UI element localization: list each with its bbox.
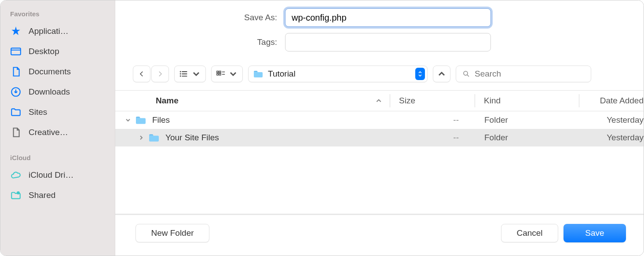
location-stepper-icon (415, 68, 425, 80)
sidebar-item-label: Documents (29, 67, 105, 77)
chevron-down-icon (191, 70, 201, 78)
search-field[interactable] (456, 66, 591, 82)
sidebar-item-documents[interactable]: Documents (6, 62, 110, 82)
folder-location-name: Tutorial (268, 69, 411, 79)
sidebar-item-label: Downloads (29, 87, 105, 97)
tags-label: Tags: (124, 37, 277, 47)
footer: New Folder Cancel Save (115, 215, 644, 256)
shared-folder-icon (10, 190, 22, 201)
view-list-button[interactable] (174, 66, 206, 82)
downloads-icon (10, 86, 22, 98)
tags-input[interactable] (285, 33, 491, 51)
file-row[interactable]: Files -- Folder Yesterday (115, 111, 644, 129)
applications-icon (10, 26, 22, 37)
sidebar-item-icloud-drive[interactable]: iCloud Dri… (6, 165, 110, 185)
column-size[interactable]: Size (390, 96, 475, 106)
cancel-button[interactable]: Cancel (501, 224, 558, 242)
nav-forward-button[interactable] (151, 66, 169, 82)
folder-icon (148, 133, 160, 143)
sidebar-item-shared[interactable]: Shared (6, 185, 110, 205)
save-as-input[interactable] (285, 8, 491, 27)
svg-point-17 (464, 71, 468, 75)
search-input[interactable] (475, 69, 585, 79)
file-kind: Folder (476, 133, 579, 143)
folder-icon (135, 115, 147, 125)
sidebar-item-label: Shared (29, 190, 105, 200)
new-folder-button[interactable]: New Folder (135, 224, 209, 242)
folder-icon (253, 69, 263, 78)
chevron-up-icon (438, 70, 446, 78)
folder-location-popup[interactable]: Tutorial (248, 66, 428, 82)
sidebar-item-creative[interactable]: Creative… (6, 122, 110, 143)
expand-button[interactable] (433, 66, 450, 82)
file-list-header: Name Size Kind Date Added (115, 90, 644, 111)
column-kind[interactable]: Kind (475, 96, 579, 106)
file-kind: Folder (476, 115, 579, 125)
sidebar-item-desktop[interactable]: Desktop (6, 41, 110, 62)
disclosure-triangle-icon[interactable] (124, 117, 132, 123)
file-name: Files (152, 115, 170, 125)
column-name[interactable]: Name (115, 96, 368, 106)
svg-point-6 (180, 73, 181, 74)
svg-rect-14 (219, 73, 221, 75)
save-button[interactable]: Save (564, 224, 626, 242)
form-area: Save As: Tags: (115, 0, 644, 62)
view-group-button[interactable] (211, 66, 243, 82)
search-icon (462, 69, 470, 78)
chevron-down-icon (228, 70, 238, 78)
file-size: -- (369, 115, 476, 125)
sidebar-section-favorites: Favorites (6, 7, 110, 21)
desktop-icon (10, 46, 22, 57)
svg-line-18 (467, 75, 469, 77)
sidebar-item-label: iCloud Dri… (29, 170, 105, 180)
sidebar: Favorites Applicati… Desktop Documents D… (0, 0, 115, 256)
sidebar-item-label: Sites (29, 107, 105, 117)
documents-icon (10, 66, 22, 77)
toolbar: Tutorial (115, 62, 644, 90)
sidebar-item-label: Creative… (29, 128, 105, 137)
svg-rect-13 (217, 73, 219, 75)
nav-back-button[interactable] (133, 66, 150, 82)
sidebar-item-sites[interactable]: Sites (6, 102, 110, 122)
sort-indicator-icon (368, 98, 390, 104)
sidebar-item-label: Desktop (29, 47, 105, 56)
column-date[interactable]: Date Added (579, 96, 644, 106)
main-panel: Save As: Tags: Tutorial (115, 0, 644, 256)
file-icon (10, 127, 22, 138)
disclosure-triangle-icon[interactable] (137, 135, 145, 140)
cloud-icon (10, 169, 22, 181)
svg-point-5 (180, 71, 181, 72)
svg-rect-12 (219, 71, 221, 73)
svg-point-7 (180, 76, 181, 76)
sidebar-item-downloads[interactable]: Downloads (6, 82, 110, 102)
file-row[interactable]: Your Site Files -- Folder Yesterday (115, 129, 644, 146)
file-date: Yesterday (579, 115, 644, 125)
svg-rect-0 (11, 48, 21, 55)
sidebar-item-applications[interactable]: Applicati… (6, 21, 110, 41)
file-date: Yesterday (579, 133, 644, 143)
save-as-label: Save As: (124, 13, 277, 22)
sidebar-item-label: Applicati… (29, 26, 105, 36)
folder-icon (10, 106, 22, 118)
file-list: Files -- Folder Yesterday Your Site File… (115, 111, 644, 214)
sidebar-section-icloud: iCloud (6, 151, 110, 165)
file-size: -- (369, 133, 476, 143)
svg-rect-11 (217, 71, 219, 73)
file-name: Your Site Files (165, 133, 219, 143)
